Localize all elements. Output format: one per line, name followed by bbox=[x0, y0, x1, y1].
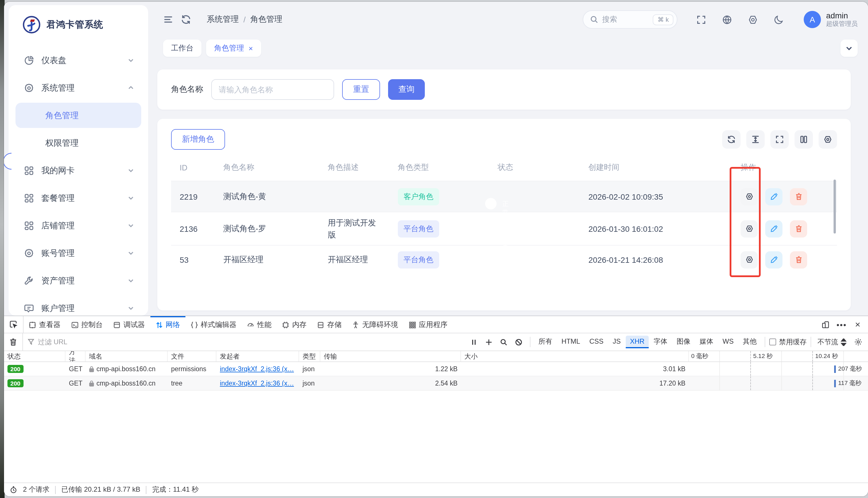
network-request-row[interactable]: 200 GET cmp-api.boss160.cn tree index-3r… bbox=[4, 376, 868, 391]
user-menu[interactable]: A admin 超级管理员 bbox=[804, 11, 858, 28]
tab-memory[interactable]: 内存 bbox=[277, 316, 312, 333]
filter-xhr[interactable]: XHR bbox=[626, 336, 649, 348]
filter-fonts[interactable]: 字体 bbox=[650, 335, 671, 349]
add-role-button[interactable]: 新增角色 bbox=[171, 129, 225, 150]
delete-button[interactable] bbox=[790, 251, 807, 268]
sidebar-item-my-sim[interactable]: 我的网卡 bbox=[15, 158, 141, 183]
col-transferred[interactable]: 传输 bbox=[320, 351, 461, 362]
row-height-button[interactable] bbox=[746, 130, 765, 148]
sidebar-item-asset-management[interactable]: 资产管理 bbox=[15, 268, 141, 293]
devtools-close-button[interactable]: × bbox=[851, 317, 865, 331]
devtools-menu-button[interactable]: ••• bbox=[835, 317, 848, 331]
table-row[interactable]: 2219 测试角色-黄 客户角色 正常 2026-02-02 10:09:35 bbox=[171, 181, 837, 212]
timeline-dash bbox=[812, 376, 813, 390]
block-button[interactable] bbox=[512, 335, 526, 349]
pick-element-button[interactable] bbox=[4, 316, 24, 333]
sidebar-collapse-handle[interactable] bbox=[4, 153, 12, 170]
filter-all[interactable]: 所有 bbox=[534, 335, 556, 349]
disable-cache-checkbox[interactable]: 禁用缓存 bbox=[769, 337, 806, 347]
col-domain[interactable]: 域名 bbox=[86, 351, 168, 362]
tab-accessibility[interactable]: 无障碍环境 bbox=[347, 316, 403, 333]
tab-debugger[interactable]: 调试器 bbox=[108, 316, 150, 333]
filter-ws[interactable]: WS bbox=[718, 336, 738, 348]
filter-other[interactable]: 其他 bbox=[739, 335, 761, 349]
trash-icon bbox=[794, 224, 803, 233]
col-method[interactable]: 方法 bbox=[65, 351, 86, 362]
columns-button[interactable] bbox=[794, 130, 813, 148]
filter-images[interactable]: 图像 bbox=[673, 335, 694, 349]
reset-button[interactable]: 重置 bbox=[342, 79, 380, 100]
menu-fold-icon[interactable] bbox=[163, 14, 174, 25]
col-file[interactable]: 文件 bbox=[168, 351, 217, 362]
table-fullscreen-button[interactable] bbox=[770, 130, 789, 148]
table-refresh-button[interactable] bbox=[722, 130, 741, 148]
view-permissions-button[interactable] bbox=[741, 188, 758, 205]
col-type[interactable]: 类型 bbox=[299, 351, 320, 362]
col-size[interactable]: 大小 bbox=[461, 351, 689, 362]
globe-icon[interactable] bbox=[722, 14, 733, 25]
role-name-input[interactable] bbox=[211, 79, 334, 100]
view-permissions-button[interactable] bbox=[741, 251, 758, 268]
sidebar-item-label: 资产管理 bbox=[41, 275, 120, 286]
tab-style-editor[interactable]: 样式编辑器 bbox=[185, 316, 242, 333]
view-permissions-button[interactable] bbox=[741, 220, 758, 237]
sidebar-item-system[interactable]: 系统管理 bbox=[15, 75, 141, 101]
tabs-more-button[interactable] bbox=[840, 40, 858, 57]
network-request-row[interactable]: 200 GET cmp-api.boss160.cn permissions i… bbox=[4, 362, 868, 376]
table-row[interactable]: 2136 测试角色-罗 用于测试开发版 平台角色 正常 2026-01-30 1… bbox=[171, 212, 837, 245]
table-scrollbar[interactable] bbox=[833, 180, 836, 234]
initiator-link[interactable]: index-3rqkXf_2.js:36 (x… bbox=[220, 366, 294, 372]
close-tab-icon[interactable]: × bbox=[249, 44, 253, 52]
sidebar-item-store-management[interactable]: 店铺管理 bbox=[15, 213, 141, 238]
throttle-select[interactable]: 不节流 bbox=[815, 337, 850, 347]
col-initiator[interactable]: 发起者 bbox=[217, 351, 299, 362]
table-settings-button[interactable] bbox=[819, 130, 837, 148]
sidebar-item-account-number-management[interactable]: 账号管理 bbox=[15, 240, 141, 266]
sidebar-item-role-management[interactable]: 角色管理 bbox=[15, 103, 141, 128]
sidebar-item-dashboard[interactable]: 仪表盘 bbox=[15, 48, 141, 73]
query-button[interactable]: 查询 bbox=[388, 79, 425, 100]
status-200-badge: 200 bbox=[8, 379, 23, 387]
tab-workbench[interactable]: 工作台 bbox=[163, 40, 202, 57]
table-row[interactable]: 53 开福区经理 开福区经理 平台角色 正常 2026-01-21 14:26:… bbox=[171, 245, 837, 274]
tab-console[interactable]: 控制台 bbox=[66, 316, 108, 333]
tab-storage[interactable]: 存储 bbox=[312, 316, 347, 333]
settings-icon[interactable] bbox=[748, 14, 759, 25]
sidebar-item-account-management[interactable]: 账户管理 bbox=[15, 296, 141, 316]
edit-button[interactable] bbox=[765, 220, 782, 237]
add-button[interactable] bbox=[482, 335, 496, 349]
tab-role-management[interactable]: 角色管理 × bbox=[206, 40, 261, 57]
global-search[interactable]: 搜索 ⌘ k bbox=[583, 10, 677, 29]
network-table-header: 状态 方法 域名 文件 发起者 类型 传输 大小 0 毫秒 5.12 秒 10.… bbox=[4, 351, 868, 362]
url-filter-input[interactable] bbox=[38, 338, 325, 346]
network-settings-button[interactable] bbox=[851, 335, 866, 350]
gear-icon bbox=[854, 338, 862, 346]
search-button[interactable] bbox=[497, 335, 511, 349]
filter-js[interactable]: JS bbox=[609, 336, 625, 348]
col-name: 角色名称 bbox=[223, 162, 328, 173]
filter-media[interactable]: 媒体 bbox=[696, 335, 717, 349]
delete-button[interactable] bbox=[790, 188, 807, 205]
fullscreen-icon[interactable] bbox=[696, 14, 707, 25]
delete-button[interactable] bbox=[790, 220, 807, 237]
request-count: 2 个请求 bbox=[23, 485, 49, 495]
col-status[interactable]: 状态 bbox=[4, 351, 65, 362]
refresh-icon[interactable] bbox=[180, 14, 192, 25]
tab-network[interactable]: 网络 bbox=[150, 316, 185, 333]
dark-mode-moon-icon[interactable] bbox=[773, 14, 784, 25]
filter-html[interactable]: HTML bbox=[557, 336, 584, 348]
breadcrumb-parent[interactable]: 系统管理 bbox=[207, 14, 239, 25]
tab-application[interactable]: 应用程序 bbox=[403, 316, 453, 333]
tab-inspector[interactable]: 查看器 bbox=[24, 316, 66, 333]
tab-performance[interactable]: 性能 bbox=[242, 316, 277, 333]
clear-requests-button[interactable] bbox=[4, 333, 23, 351]
initiator-link[interactable]: index-3rqkXf_2.js:36 (x… bbox=[220, 380, 294, 387]
responsive-mode-button[interactable] bbox=[819, 317, 832, 331]
pause-button[interactable] bbox=[467, 335, 481, 349]
sidebar-item-permission-management[interactable]: 权限管理 bbox=[15, 130, 141, 156]
filter-css[interactable]: CSS bbox=[585, 336, 607, 348]
timeline-header[interactable]: 0 毫秒 5.12 秒 10.24 秒 bbox=[689, 351, 868, 362]
sidebar-item-plan-management[interactable]: 套餐管理 bbox=[15, 185, 141, 211]
edit-button[interactable] bbox=[765, 251, 782, 268]
edit-button[interactable] bbox=[765, 188, 782, 205]
